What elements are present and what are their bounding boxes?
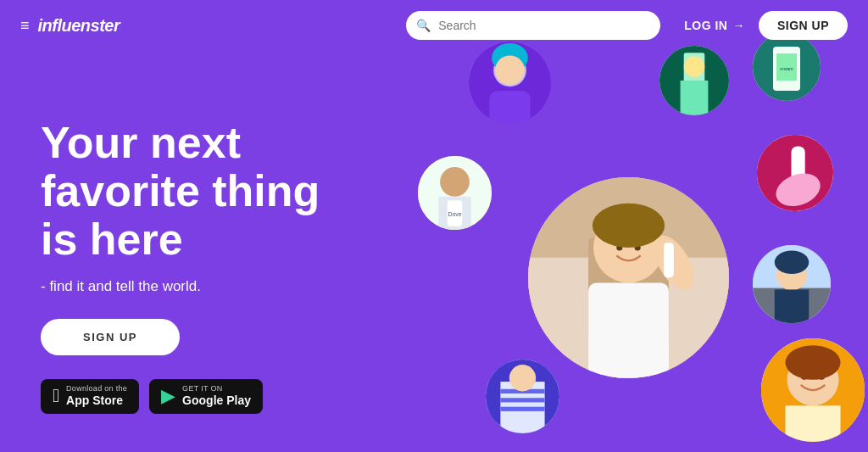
google-play-icon: ▶ xyxy=(161,385,175,407)
circle-bottom-person xyxy=(482,356,563,437)
svg-rect-23 xyxy=(664,243,674,277)
circle-large-center xyxy=(525,174,732,382)
google-play-name: Google Play xyxy=(182,393,251,408)
circle-hand-product xyxy=(754,131,837,215)
svg-rect-39 xyxy=(500,398,544,402)
circle-dove-product: Dove xyxy=(415,153,495,233)
circle-blue-hair xyxy=(465,38,554,127)
app-store-name: App Store xyxy=(66,393,127,408)
login-link[interactable]: LOG IN → xyxy=(684,19,745,32)
search-input[interactable] xyxy=(406,11,660,40)
svg-point-47 xyxy=(785,345,840,380)
hero-section: Your next favorite thing is here - find … xyxy=(0,51,868,452)
signup-button-hero[interactable]: SIGN UP xyxy=(41,319,180,355)
app-badges:  Download on the App Store ▶ GET IT ON … xyxy=(41,379,363,414)
svg-point-41 xyxy=(509,365,536,391)
svg-rect-2 xyxy=(489,91,531,124)
app-store-small-label: Download on the xyxy=(66,385,127,393)
hamburger-icon[interactable]: ≡ xyxy=(20,17,30,35)
nav-right: LOG IN → SIGN UP xyxy=(684,11,848,40)
svg-rect-34 xyxy=(775,289,809,323)
search-bar: 🔍 xyxy=(406,11,660,40)
google-play-small-label: GET IT ON xyxy=(182,385,251,393)
svg-point-22 xyxy=(593,204,665,248)
circle-smiling-person xyxy=(758,335,868,445)
hero-headline: Your next favorite thing is here xyxy=(41,119,363,265)
circles-area: Dove xyxy=(368,25,868,452)
logo: influenster xyxy=(38,16,120,36)
google-play-badge[interactable]: ▶ GET IT ON Google Play xyxy=(149,379,263,414)
signup-button-header[interactable]: SIGN UP xyxy=(759,11,848,40)
app-store-badge[interactable]:  Download on the App Store xyxy=(41,379,139,414)
svg-point-10 xyxy=(440,167,470,197)
hero-text: Your next favorite thing is here - find … xyxy=(41,119,363,414)
svg-text:cream: cream xyxy=(780,66,793,71)
svg-rect-8 xyxy=(681,81,709,115)
svg-point-35 xyxy=(775,250,809,274)
svg-rect-44 xyxy=(785,405,840,442)
svg-text:Dove: Dove xyxy=(448,211,461,217)
circle-outdoor-person xyxy=(749,242,834,326)
circle-fridge-person xyxy=(656,42,732,119)
svg-rect-40 xyxy=(500,407,544,411)
apple-icon:  xyxy=(53,385,59,407)
svg-point-7 xyxy=(684,56,705,77)
header: ≡ influenster 🔍 LOG IN → SIGN UP xyxy=(0,0,868,51)
svg-point-4 xyxy=(495,55,525,85)
svg-rect-18 xyxy=(588,282,669,378)
hero-subline: - find it and tell the world. xyxy=(41,278,363,295)
